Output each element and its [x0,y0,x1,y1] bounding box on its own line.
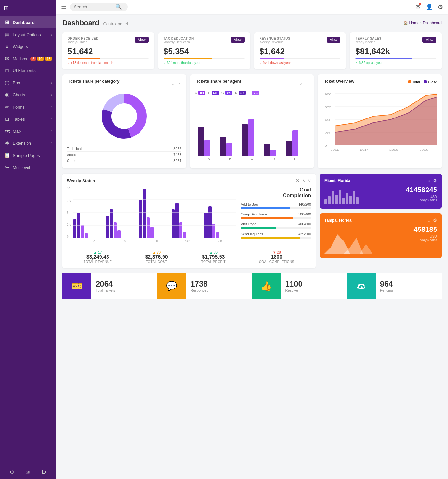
chevron-right-icon: › [51,33,52,37]
weekly-bar-sat-3 [179,222,182,238]
stat-change-tax: ✓ 324 more than last year [164,61,245,65]
view-button-tax[interactable]: View [231,37,245,43]
weekly-bar-fri-2 [143,189,146,238]
goal-label-purchase: Comp. Purchase [241,212,267,216]
sidebar-item-charts[interactable]: ◉ Charts › [0,89,56,101]
sidebar-item-box[interactable]: ▢ Box › [0,77,56,89]
agent-more-icon[interactable]: ⋮ [305,81,309,86]
ticket-legend: Total Close [408,80,437,84]
goal-bar-fill-purchase [241,217,293,219]
sidebar-item-multilevel[interactable]: ↪ Multilevel › [0,161,56,174]
map-icon: 🗺 [4,128,10,134]
chevron-right-icon: › [51,81,52,85]
tampa-values: 458185 USD Today's sales [414,225,437,242]
view-button-revenue[interactable]: View [327,37,341,43]
sidebar-item-mailbox[interactable]: ✉ Mailbox 5 10 13 [0,53,56,65]
sidebar-item-dashboard[interactable]: ⊞ Dashboard [0,16,56,28]
weekly-stat-revenue: ▲ 17 $3,249.43 TOTAL REVENUE [84,250,112,264]
miami-value: 41458245 [406,186,437,194]
sidebar-item-extension[interactable]: ✱ Extension › [0,137,56,149]
user-icon[interactable]: 👤 [426,4,433,11]
donut-value-other: 3254 [173,159,181,163]
weekly-stat-profit: ▲ 80 $1,795.53 TOTAL PROFIT [201,250,226,264]
miami-circle-icon[interactable]: ○ [428,178,430,183]
tampa-gear-icon[interactable]: ⚙ [433,218,437,223]
x-label-fri: Fri [154,240,158,243]
sidebar-item-layout[interactable]: ▤ Layout Options › [0,28,56,41]
donut-circle-icon[interactable]: ○ [172,81,174,86]
weekly-row: Weekly Status ✕ ∧ ∨ 10 7.5 [62,174,442,268]
power-icon[interactable]: ⏻ [41,469,46,475]
view-button-orders[interactable]: View [135,37,149,43]
goal-title: GoalCompletion [241,187,311,199]
stat-change-revenue: ✓ %41 down last year [260,61,341,65]
weekly-header: Weekly Status ✕ ∧ ∨ [67,178,311,183]
sidebar-label-multilevel: Multilevel [13,165,30,170]
search-input[interactable] [74,4,116,9]
pending-info: 964 Pending [376,276,397,296]
weekly-minimize-icon[interactable]: ∧ [302,178,305,183]
sidebar-item-map[interactable]: 🗺 Map › [0,125,56,137]
weekly-bar-sat-4 [183,232,186,238]
miami-bar-1 [324,199,327,204]
agent-bar-group-C [242,119,262,156]
svg-text:0: 0 [325,144,327,147]
svg-text:2018: 2018 [420,148,428,151]
goal-value-inquiries: 425/500 [298,232,311,236]
weekly-stat-cost: ▲ 70 $2,376.90 TOTAL COST [145,250,168,264]
bar-label-B: B [229,157,231,161]
donut-svg [99,91,150,142]
weekly-bar-tue-1 [73,219,76,238]
goal-bar-fill-visit [241,227,276,229]
gear-icon[interactable]: ⚙ [438,4,443,11]
weekly-stats: ▲ 17 $3,249.43 TOTAL REVENUE ▲ 70 $2,376… [67,247,311,264]
goal-item-inquiries: Send Inquiries 425/500 [241,232,311,239]
svg-marker-22 [324,234,350,254]
weekly-bar-thu-4 [117,230,121,238]
goal-bar-fill-inquiries [241,237,300,239]
x-label-tue: Tue [90,240,95,243]
donut-container [67,91,181,142]
donut-label-other: Other [67,159,76,163]
search-box[interactable]: 🔍 [70,3,128,11]
stat-bar-yearly [355,58,436,59]
miami-title: Miami, Florida [324,178,350,183]
weekly-bar-fri-4 [150,227,154,238]
agent-bar-group-D [264,144,284,156]
weekly-bar-sat-2 [175,203,179,238]
stat-bar-revenue [260,58,341,59]
sidebar-item-ui[interactable]: □ UI Elements › [0,65,56,77]
sidebar-item-forms[interactable]: ✏ Forms › [0,101,56,113]
tampa-currency: USD [414,234,437,238]
miami-body: 41458245 USD Today's sales [324,186,437,204]
legend-close: Close [424,80,437,84]
tampa-circle-icon[interactable]: ○ [428,218,430,223]
stat-card-orders: ORDER RECEIVED Todays Order View 51,642 … [62,32,154,69]
donut-more-icon[interactable]: ⋮ [177,81,181,86]
stat-cards: ORDER RECEIVED Todays Order View 51,642 … [62,32,442,69]
agent-badge-D: D 27 [235,91,246,95]
donut-legend-accounts: Accounts 7458 [67,152,181,158]
sidebar-item-tables[interactable]: ⊞ Tables › [0,113,56,125]
sidebar-label-forms: Forms [13,105,25,110]
goal-label-visit: Visit Page [241,222,256,226]
charts-row: Tickets share per category ○ ⋮ [62,74,442,168]
agent-circle-icon[interactable]: ○ [300,81,302,86]
miami-gear-icon[interactable]: ⚙ [433,178,437,183]
footer-mail-icon[interactable]: ✉ [26,469,30,475]
hamburger-icon[interactable]: ☰ [61,4,66,11]
stat-change-yearly: ✓ %37 up last year [355,61,436,65]
settings-icon[interactable]: ⚙ [10,469,14,475]
notification-icon[interactable]: ✉ [416,4,420,11]
weekly-bar-group-thu [106,209,137,238]
sidebar-label-sample: Sample Pages [13,153,40,158]
sidebar-header: ⊞ [0,0,56,16]
goal-bar-bg-purchase [241,217,311,219]
goal-bar-fill-bag [241,207,290,209]
weekly-expand-icon[interactable]: ∨ [308,178,311,183]
view-button-yearly[interactable]: View [422,37,436,43]
sidebar-item-sample[interactable]: 📋 Sample Pages › [0,149,56,161]
weekly-close-icon[interactable]: ✕ [296,178,300,183]
sidebar-item-widgets[interactable]: ≡ Widgets › [0,41,56,53]
sidebar-label-box: Box [13,80,20,85]
